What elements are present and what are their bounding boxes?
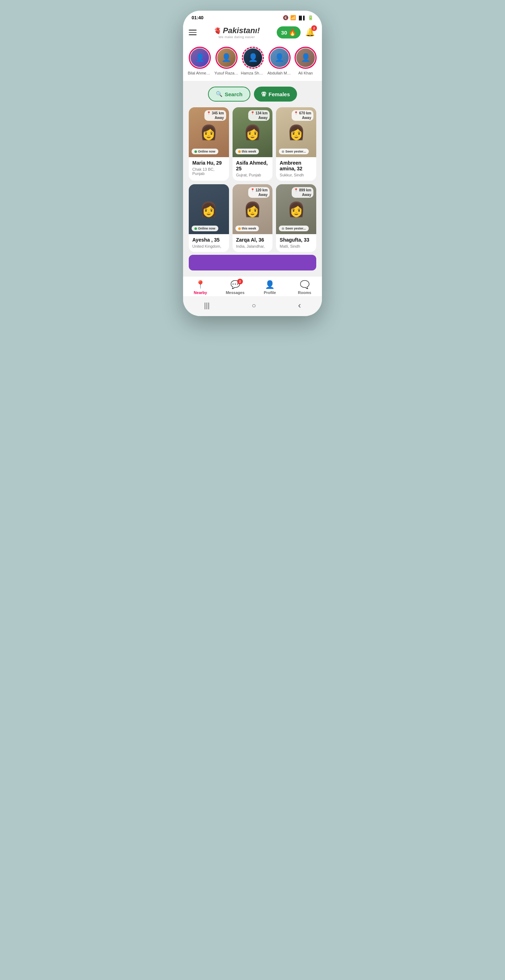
story-name-2: Hamza Shah...: [241, 71, 265, 75]
stories-row: 👤Bilal Ahmed ...👤Yusuf Raza ...👤Hamza Sh…: [183, 43, 322, 81]
nav-icon-nearby: 📍: [195, 280, 205, 289]
nav-icon-profile: 👤: [265, 280, 275, 289]
story-avatar-3: 👤: [268, 47, 291, 69]
profile-location-1: Gujrat, Punjab: [236, 173, 269, 177]
logo-sub: We make dating easier: [218, 35, 255, 39]
premium-button[interactable]: [189, 255, 316, 270]
flame-icon: 🔥: [289, 29, 296, 37]
notifications-button[interactable]: 🔔 2: [303, 26, 316, 39]
nav-badge-messages: 2: [237, 279, 243, 285]
nav-item-rooms[interactable]: 🗨️Rooms: [294, 280, 315, 295]
profile-info-0: Maria Hu, 29Chak 13 BC, Punjab: [189, 157, 229, 179]
profiles-grid: 👩📍 345 kmAwayOnline nowMaria Hu, 29Chak …: [189, 107, 316, 252]
profile-image-4: 👩📍 120 kmAwaythis week: [233, 184, 273, 234]
profile-card-0[interactable]: 👩📍 345 kmAwayOnline nowMaria Hu, 29Chak …: [189, 107, 229, 181]
coins-count: 30: [281, 30, 287, 36]
story-name-1: Yusuf Raza ...: [214, 71, 238, 75]
status-badge-1: this week: [235, 149, 259, 154]
profile-location-5: Matli, Sindh: [279, 244, 313, 248]
phone-frame: 01:40 🔇 📶 ▐▌▌ 🔋 🫀 Pakistanı! We make dat…: [183, 11, 322, 316]
story-item-1[interactable]: 👤Yusuf Raza ...: [216, 47, 238, 75]
bottom-nav: 📍Nearby💬2Messages👤Profile🗨️Rooms: [183, 276, 322, 296]
nav-label-profile: Profile: [264, 290, 276, 295]
nav-icon-wrap-messages: 💬2: [230, 280, 240, 290]
story-avatar-inner-4: 👤: [296, 48, 315, 67]
story-item-0[interactable]: 👤Bilal Ahmed ...: [189, 47, 211, 75]
profile-card-2[interactable]: 👩📍 670 kmAwaySeen yester...Ambreen amina…: [276, 107, 316, 181]
notif-count: 2: [311, 25, 317, 31]
nav-label-nearby: Nearby: [194, 290, 207, 295]
search-button[interactable]: 🔍 Search: [208, 87, 250, 102]
story-avatar-4: 👤: [295, 47, 317, 69]
signal-icon: ▐▌▌: [298, 16, 306, 20]
story-avatar-inner-0: 👤: [191, 48, 209, 67]
profile-card-3[interactable]: 👩Online nowAyesha , 35United Kingdom,: [189, 184, 229, 252]
profile-image-0: 👩📍 345 kmAwayOnline now: [189, 107, 229, 157]
app-header: 🫀 Pakistanı! We make dating easier 30 🔥 …: [183, 23, 322, 43]
females-label: Females: [268, 91, 290, 97]
profile-info-1: Asifa Ahmed, 25Gujrat, Punjab: [233, 157, 273, 181]
home-button[interactable]: ○: [252, 301, 256, 310]
nav-label-messages: Messages: [226, 290, 245, 295]
females-filter-button[interactable]: ⚢ Females: [254, 87, 297, 102]
search-label: Search: [225, 91, 243, 97]
distance-badge-1: 📍 134 kmAway: [248, 110, 270, 121]
profile-card-1[interactable]: 👩📍 134 kmAwaythis weekAsifa Ahmed, 25Guj…: [233, 107, 273, 181]
nav-icon-wrap-profile: 👤: [265, 280, 275, 290]
story-name-3: Abdullah Ma...: [267, 71, 292, 75]
story-avatar-inner-2: 👤: [244, 48, 262, 67]
profile-info-4: Zarqa Al, 36India, Jalandhar,: [233, 234, 273, 252]
menu-button[interactable]: [189, 30, 197, 35]
distance-badge-5: 📍 899 kmAway: [292, 187, 313, 198]
status-icons: 🔇 📶 ▐▌▌ 🔋: [283, 15, 313, 20]
nav-icon-rooms: 🗨️: [300, 280, 310, 289]
app-logo: 🫀 Pakistanı! We make dating easier: [214, 26, 260, 39]
status-badge-4: this week: [235, 226, 259, 231]
nav-label-rooms: Rooms: [298, 290, 311, 295]
nav-item-profile[interactable]: 👤Profile: [259, 280, 281, 295]
wifi-icon: 📶: [290, 15, 296, 20]
profile-name-0: Maria Hu, 29: [192, 160, 226, 166]
profile-name-4: Zarqa Al, 36: [236, 237, 269, 243]
profile-info-3: Ayesha , 35United Kingdom,: [189, 234, 229, 252]
filter-row: 🔍 Search ⚢ Females: [189, 87, 316, 102]
distance-badge-2: 📍 670 kmAway: [292, 110, 313, 121]
distance-badge-0: 📍 345 kmAway: [205, 110, 226, 121]
story-item-4[interactable]: 👤Ali Khan: [295, 47, 316, 75]
content-area: 🔍 Search ⚢ Females 👩📍 345 kmAwayOnline n…: [183, 81, 322, 276]
profile-name-5: Shagufta, 33: [279, 237, 313, 243]
profile-location-3: United Kingdom,: [192, 244, 226, 248]
time: 01:40: [192, 15, 203, 20]
profile-card-4[interactable]: 👩📍 120 kmAwaythis weekZarqa Al, 36India,…: [233, 184, 273, 252]
story-avatar-inner-3: 👤: [270, 48, 289, 67]
story-avatar-0: 👤: [189, 47, 211, 69]
distance-badge-4: 📍 120 kmAway: [248, 187, 270, 198]
story-name-4: Ali Khan: [299, 71, 313, 75]
status-badge-2: Seen yester...: [279, 149, 309, 154]
profile-card-5[interactable]: 👩📍 899 kmAwaySeen yester...Shagufta, 33M…: [276, 184, 316, 252]
status-badge-3: Online now: [192, 226, 218, 231]
story-item-2[interactable]: 👤Hamza Shah...: [242, 47, 264, 75]
mute-icon: 🔇: [283, 15, 289, 20]
coins-badge[interactable]: 30 🔥: [277, 26, 300, 38]
back-button[interactable]: ‹: [298, 301, 301, 310]
logo-text: Pakistanı!: [223, 26, 260, 35]
profile-name-2: Ambreen amina, 32: [279, 160, 313, 172]
nav-item-messages[interactable]: 💬2Messages: [224, 280, 246, 295]
logo-heart-icon: 🫀: [214, 27, 222, 35]
profile-info-2: Ambreen amina, 32Sukkur, Sindh: [276, 157, 316, 181]
story-avatar-inner-1: 👤: [217, 48, 236, 67]
profile-image-2: 👩📍 670 kmAwaySeen yester...: [276, 107, 316, 157]
female-icon: ⚢: [261, 91, 267, 97]
nav-icon-wrap-rooms: 🗨️: [300, 280, 310, 290]
battery-icon: 🔋: [308, 15, 313, 20]
profile-image-3: 👩Online now: [189, 184, 229, 234]
story-item-3[interactable]: 👤Abdullah Ma...: [268, 47, 291, 75]
status-badge-5: Seen yester...: [279, 226, 309, 231]
profile-name-3: Ayesha , 35: [192, 237, 226, 243]
recents-button[interactable]: |||: [204, 301, 210, 310]
nav-item-nearby[interactable]: 📍Nearby: [190, 280, 211, 295]
story-name-0: Bilal Ahmed ...: [188, 71, 212, 75]
profile-image-1: 👩📍 134 kmAwaythis week: [233, 107, 273, 157]
search-icon: 🔍: [216, 91, 222, 97]
